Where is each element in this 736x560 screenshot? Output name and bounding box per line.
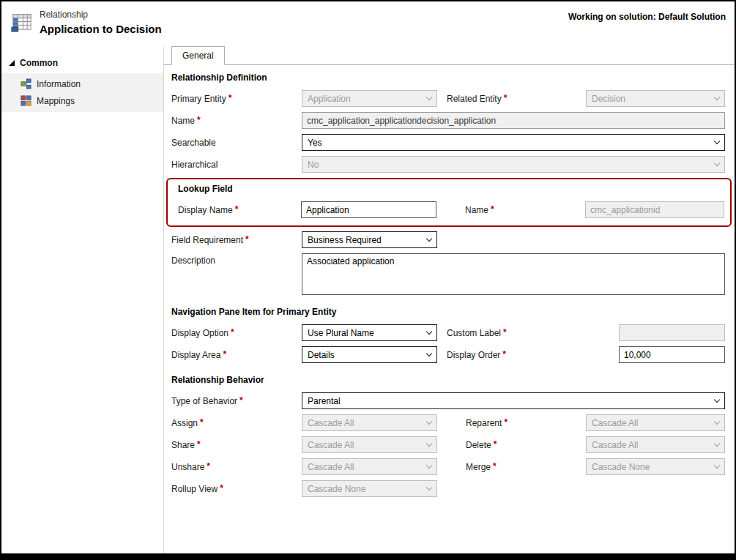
body: Common Information — [1, 47, 735, 555]
chevron-down-icon — [426, 462, 432, 468]
tab-strip: General — [164, 47, 735, 65]
select-value: Cascade All — [308, 418, 354, 428]
relationship-table-icon — [10, 10, 33, 36]
label-text: Rollup View — [171, 484, 218, 494]
field-row: Primary Entity Application Related Entit… — [171, 90, 725, 107]
required-asterisk — [237, 396, 243, 406]
form-content: Relationship Definition Primary Entity A… — [171, 65, 725, 497]
working-on-solution-label: Working on solution: Default Solution — [568, 10, 726, 22]
chevron-down-icon — [714, 440, 720, 446]
chevron-down-icon — [714, 418, 720, 424]
reparent-select: Cascade All — [586, 414, 725, 431]
field-row: Rollup View Cascade None — [171, 480, 725, 497]
display-order-input[interactable] — [619, 346, 725, 363]
chevron-down-icon — [426, 328, 432, 334]
label-text: Reparent — [466, 418, 502, 428]
sidebar-item-information[interactable]: Information — [1, 75, 163, 92]
label-text: Share — [171, 440, 195, 450]
label-text: Delete — [466, 440, 491, 450]
field-row: Name — [171, 112, 725, 129]
label-text: Assign — [171, 418, 198, 428]
type-of-behavior-select[interactable]: Parental — [302, 392, 725, 409]
select-value: Cascade All — [308, 462, 354, 472]
field-row: Display Area Details Display Order — [171, 346, 725, 363]
required-asterisk — [488, 205, 494, 215]
section-heading-relationship-definition: Relationship Definition — [171, 72, 725, 83]
description-textarea[interactable]: Associated application — [302, 253, 725, 295]
display-option-select[interactable]: Use Plural Name — [302, 324, 437, 341]
required-asterisk — [195, 116, 201, 126]
field-row: Assign Cascade All Reparent Cascade All — [171, 414, 725, 431]
type-of-behavior-label: Type of Behavior — [171, 396, 302, 406]
delete-label: Delete — [466, 440, 586, 450]
section-heading-lookup-field: Lookup Field — [178, 184, 724, 194]
display-name-label: Display Name — [178, 205, 301, 215]
hierarchical-select: No — [302, 156, 725, 173]
select-value: Cascade None — [592, 462, 650, 472]
sidebar-item-label: Mappings — [37, 96, 75, 106]
field-row: Description Associated application — [171, 253, 725, 295]
chevron-down-icon — [426, 350, 432, 356]
label-text: Unshare — [171, 462, 204, 472]
header-text: Relationship Application to Decision — [40, 10, 162, 35]
required-asterisk — [220, 350, 226, 360]
display-name-input[interactable] — [301, 201, 436, 218]
common-group-label: Common — [20, 58, 58, 68]
expanded-triangle-icon — [9, 60, 15, 66]
field-requirement-select[interactable]: Business Required — [302, 231, 437, 248]
label-text: Searchable — [171, 138, 216, 148]
label-text: Description — [171, 255, 215, 266]
page-title: Application to Decision — [40, 23, 162, 35]
display-order-label: Display Order — [447, 350, 619, 360]
searchable-select[interactable]: Yes — [302, 134, 725, 151]
chevron-down-icon — [426, 440, 432, 446]
select-value: Use Plural Name — [308, 328, 374, 338]
select-value: Yes — [308, 138, 322, 148]
label-text: Type of Behavior — [171, 396, 237, 406]
lookup-name-input — [585, 201, 724, 218]
window-bottom-border — [1, 553, 735, 559]
required-asterisk — [491, 462, 497, 472]
chevron-down-icon — [714, 462, 720, 468]
field-requirement-label: Field Requirement — [171, 235, 302, 245]
common-group-header[interactable]: Common — [1, 56, 163, 73]
header: Relationship Application to Decision Wor… — [1, 1, 735, 47]
share-select: Cascade All — [302, 436, 437, 453]
merge-label: Merge — [466, 462, 586, 472]
chevron-down-icon — [426, 235, 432, 241]
required-asterisk — [500, 350, 506, 360]
hierarchical-label: Hierarchical — [171, 160, 302, 170]
chevron-down-icon — [714, 396, 720, 402]
label-text: Display Option — [171, 328, 228, 338]
field-row: Type of Behavior Parental — [171, 392, 725, 409]
schema-name-input — [302, 112, 725, 129]
select-value: Cascade All — [592, 418, 638, 428]
select-value: Decision — [592, 94, 625, 104]
field-row: Searchable Yes — [171, 134, 725, 151]
tab-general[interactable]: General — [171, 46, 225, 65]
select-value: Cascade All — [308, 440, 354, 450]
required-asterisk — [198, 418, 204, 428]
chevron-down-icon — [714, 94, 720, 100]
label-text: Hierarchical — [171, 160, 218, 170]
display-area-select[interactable]: Details — [302, 346, 437, 363]
sidebar-item-mappings[interactable]: Mappings — [1, 92, 163, 109]
select-value: Business Required — [308, 235, 382, 245]
sidebar-item-label: Information — [37, 79, 81, 89]
label-text: Custom Label — [447, 328, 501, 338]
rollup-view-select: Cascade None — [302, 480, 437, 497]
label-text: Field Requirement — [171, 235, 243, 245]
searchable-label: Searchable — [171, 138, 302, 148]
required-asterisk — [501, 328, 507, 338]
assign-label: Assign — [171, 418, 302, 428]
label-text: Merge — [466, 462, 491, 472]
chevron-down-icon — [714, 138, 720, 143]
delete-select: Cascade All — [586, 436, 725, 453]
related-entity-select: Decision — [586, 90, 725, 107]
required-asterisk — [502, 418, 508, 428]
label-text: Name — [465, 205, 488, 215]
relationship-entities-icon — [21, 78, 31, 89]
label-text: Name — [171, 116, 195, 126]
required-asterisk — [491, 440, 497, 450]
rollup-view-label: Rollup View — [171, 484, 302, 494]
